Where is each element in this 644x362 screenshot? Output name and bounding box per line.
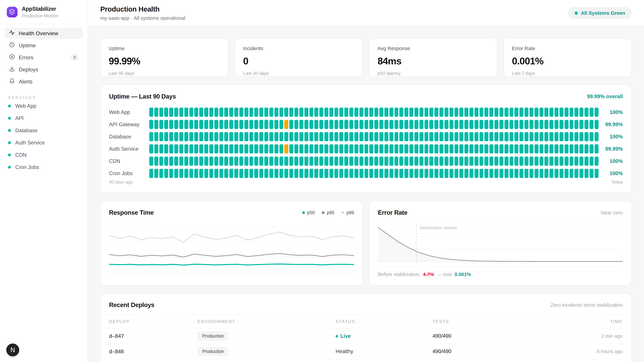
sidebar-item-label: Health Overview	[19, 30, 58, 36]
uptime-cell	[179, 132, 183, 141]
uptime-cell	[294, 120, 298, 129]
deploy-row-d-847[interactable]: d–847ProductionLive490/4902 min ago	[100, 328, 631, 344]
uptime-cell	[420, 169, 424, 178]
sidebar-item-deploys[interactable]: Deploys	[5, 64, 83, 75]
uptime-cell	[530, 108, 534, 117]
uptime-cell	[410, 132, 414, 141]
uptime-cell	[399, 144, 403, 153]
uptime-cell	[234, 120, 238, 129]
uptime-cell	[444, 169, 448, 178]
uptime-cell	[440, 144, 444, 153]
uptime-cell	[454, 120, 458, 129]
uptime-cell	[504, 144, 508, 153]
service-status-dot-icon	[8, 117, 11, 120]
deploy-id-cell: d–846	[100, 344, 198, 359]
sidebar-item-alerts[interactable]: Alerts	[5, 76, 83, 87]
time-cell: Yesterday	[550, 359, 631, 362]
uptime-cell	[239, 157, 243, 166]
recent-deploys-title: Recent Deploys	[109, 302, 154, 309]
uptime-cell	[564, 132, 568, 141]
uptime-cell	[424, 169, 428, 178]
uptime-cell	[434, 120, 438, 129]
uptime-cell	[304, 132, 308, 141]
uptime-cell	[229, 120, 233, 129]
uptime-cell	[484, 120, 488, 129]
uptime-service-label: Database	[109, 134, 149, 140]
uptime-cell	[590, 132, 594, 141]
uptime-cell	[284, 169, 288, 178]
deploy-id: d–847	[109, 333, 124, 339]
error-before-value: 4.7%	[423, 272, 434, 277]
uptime-row-value: 100%	[598, 134, 623, 140]
uptime-cell	[189, 169, 193, 178]
service-item-cdn[interactable]: CDN	[0, 149, 88, 161]
uptime-cell	[410, 108, 414, 117]
uptime-cell	[379, 108, 384, 117]
deploys-table-header: DEPLOYENVIRONMENTSTATUSTESTSTIME	[100, 315, 631, 328]
uptime-cell	[510, 120, 514, 129]
uptime-cell	[269, 108, 273, 117]
uptime-cell	[149, 157, 153, 166]
service-item-auth-service[interactable]: Auth Service	[0, 137, 88, 149]
sidebar-item-errors[interactable]: Errors0	[5, 52, 83, 63]
uptime-cell	[414, 132, 418, 141]
uptime-row-api-gateway: API Gateway99.99%	[109, 118, 623, 131]
uptime-cell	[364, 157, 368, 166]
uptime-cell	[204, 169, 208, 178]
uptime-cell	[294, 169, 298, 178]
uptime-cell	[154, 157, 158, 166]
uptime-cell	[169, 108, 173, 117]
sidebar-item-uptime[interactable]: Uptime	[5, 40, 83, 51]
uptime-cell	[224, 108, 228, 117]
sidebar-item-health-overview[interactable]: Health Overview	[5, 28, 83, 39]
uptime-cell	[504, 108, 508, 117]
uptime-cell	[174, 120, 178, 129]
uptime-cell	[154, 144, 158, 153]
uptime-cell	[410, 169, 414, 178]
uptime-panel: Uptime — Last 90 Days 99.99% overall Web…	[100, 85, 632, 193]
environment-cell: Production	[198, 359, 336, 362]
kpi-label: Avg Response	[378, 45, 489, 51]
nextjs-dev-button[interactable]: N	[6, 344, 19, 356]
uptime-cell	[349, 132, 353, 141]
uptime-cell	[289, 144, 293, 153]
bell-icon	[9, 78, 15, 85]
uptime-cell	[459, 169, 464, 178]
service-item-label: Database	[15, 128, 38, 134]
service-item-api[interactable]: API	[0, 112, 88, 124]
deploy-row-d-845[interactable]: d–845ProductionHealthy490/490Yesterday	[100, 359, 631, 362]
uptime-cell	[374, 120, 378, 129]
kpi-card-avg-response: Avg Response84msp50 latency	[369, 38, 497, 77]
kpi-value: 0	[243, 55, 354, 66]
uptime-cell	[429, 108, 433, 117]
uptime-cell	[520, 169, 524, 178]
uptime-cell	[324, 169, 328, 178]
uptime-cell	[429, 144, 433, 153]
error-now-value: 0.001%	[454, 272, 471, 277]
uptime-cell	[344, 157, 348, 166]
deploy-row-d-846[interactable]: d–846ProductionHealthy490/4906 hours ago	[100, 344, 631, 359]
uptime-cell	[269, 132, 273, 141]
uptime-cell	[390, 132, 394, 141]
uptime-overall-value: 99.99% overall	[587, 93, 623, 99]
uptime-cell	[464, 169, 468, 178]
sidebar-item-label: Alerts	[19, 79, 32, 85]
service-item-web-app[interactable]: Web App	[0, 100, 88, 112]
uptime-cell	[399, 120, 403, 129]
service-item-database[interactable]: Database	[0, 124, 88, 137]
uptime-cell	[564, 169, 568, 178]
service-item-cron-jobs[interactable]: Cron Jobs	[0, 161, 88, 173]
uptime-cell	[524, 144, 528, 153]
uptime-cell	[204, 157, 208, 166]
uptime-cell	[339, 120, 343, 129]
uptime-cell	[194, 144, 198, 153]
uptime-cell	[209, 132, 213, 141]
uptime-cell	[299, 132, 304, 141]
uptime-cell	[560, 108, 564, 117]
uptime-cell	[149, 144, 153, 153]
uptime-cell	[184, 108, 188, 117]
uptime-cell	[339, 169, 343, 178]
uptime-cell	[209, 120, 213, 129]
uptime-cell	[319, 108, 323, 117]
uptime-cell	[514, 108, 518, 117]
